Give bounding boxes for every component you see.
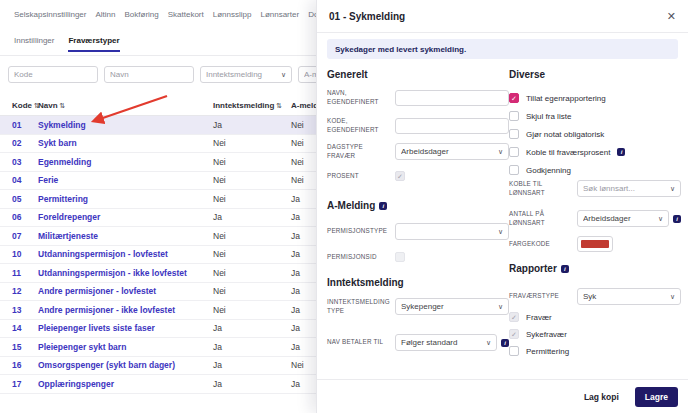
info-icon[interactable]: i xyxy=(561,265,569,273)
amelding-value: Ja xyxy=(291,305,300,315)
navn-link[interactable]: Sykt barn xyxy=(38,138,77,148)
navn-link[interactable]: Foreldrepenger xyxy=(38,212,100,222)
navn-link[interactable]: Opplæringspenger xyxy=(38,379,114,389)
navn-link[interactable]: Permittering xyxy=(38,194,88,204)
permisjonstype-select[interactable]: ∨ xyxy=(395,223,509,240)
navn-link[interactable]: Andre permisjoner - ikke lovfestet xyxy=(38,305,175,315)
header-inntektsmelding[interactable]: Inntektsmelding⇅ xyxy=(213,101,282,110)
kode-link[interactable]: 02 xyxy=(12,138,21,148)
dagstype-fravar-select[interactable]: Arbeidsdager ∨ xyxy=(395,143,509,160)
color-sample xyxy=(581,240,609,248)
navn-link[interactable]: Sykmelding xyxy=(38,120,86,130)
tab-bar: Innstillinger Fraværstyper xyxy=(14,36,120,52)
kode-link[interactable]: 17 xyxy=(12,379,21,389)
nav-betaler-til-select[interactable]: Følger standard ∨ xyxy=(395,334,497,351)
kode-link[interactable]: 11 xyxy=(12,268,21,278)
navn-link[interactable]: Ferie xyxy=(38,175,58,185)
nav-item-l-nnsslipp[interactable]: Lønnsslipp xyxy=(213,10,252,19)
koble-til-frav-rsprosent-checkbox[interactable] xyxy=(509,147,519,157)
edit-panel: 01 - Sykmelding ✕ Sykedager med levert s… xyxy=(316,0,688,413)
navn-link[interactable]: Andre permisjoner - lovfestet xyxy=(38,286,156,296)
section-amelding: A-Meldingi xyxy=(327,200,509,211)
checkbox-row-godkjenning[interactable]: Godkjenning xyxy=(509,165,681,175)
navn-link[interactable]: Pleiepenger livets siste faser xyxy=(38,323,155,333)
kode-link[interactable]: 13 xyxy=(12,305,21,315)
permisjonsid-checkbox[interactable] xyxy=(395,252,405,262)
fargekode-color-swatch[interactable] xyxy=(577,236,613,252)
navn-link[interactable]: Utdanningspermisjon - lovfestet xyxy=(38,249,168,259)
fraverstype-value: Syk xyxy=(583,292,670,301)
koble-til-lonnsart-select[interactable]: Søk lønnsart... ∨ xyxy=(577,180,681,197)
antall-pa-lonnsart-value: Arbeidsdager xyxy=(583,214,658,223)
section-rapporter: Rapporteri xyxy=(509,263,681,274)
kode-link[interactable]: 15 xyxy=(12,342,21,352)
inntektsmelding-value: Nei xyxy=(213,194,226,204)
navn-link[interactable]: Pleiepenger sykt barn xyxy=(38,342,126,352)
close-icon[interactable]: ✕ xyxy=(667,10,676,23)
inntektsmelding-value: Ja xyxy=(213,379,222,389)
lag-kopi-button[interactable]: Lag kopi xyxy=(584,392,619,402)
nav-item-skattekort[interactable]: Skattekort xyxy=(168,10,204,19)
inntektsmelding-value: Nei xyxy=(213,157,226,167)
permisjonstype-label: PERMISJONSTYPE xyxy=(327,227,395,236)
description-banner: Sykedager med levert sykmelding. xyxy=(327,39,678,59)
navn-link[interactable]: Militærtjeneste xyxy=(38,231,98,241)
tab-fraverstyper[interactable]: Fraværstyper xyxy=(68,36,119,52)
sort-icon[interactable]: ⇅ xyxy=(60,102,66,109)
inntektsmelding-filter-select[interactable]: Inntektsmelding ∨ xyxy=(200,66,292,83)
nav-item-l-nnsarter[interactable]: Lønnsarter xyxy=(260,10,299,19)
kode-filter-input[interactable] xyxy=(8,66,98,83)
kode-link[interactable]: 07 xyxy=(12,231,21,241)
lagre-button[interactable]: Lagre xyxy=(635,387,678,407)
godkjenning-checkbox[interactable] xyxy=(509,165,519,175)
kode-link[interactable]: 16 xyxy=(12,360,21,370)
tillat-egenrapportering-checkbox[interactable]: ✓ xyxy=(509,93,519,103)
fargekode-label: FARGEKODE xyxy=(509,240,577,249)
antall-pa-lonnsart-select[interactable]: Arbeidsdager ∨ xyxy=(577,210,669,227)
kode-link[interactable]: 12 xyxy=(12,286,21,296)
navn-filter-input[interactable] xyxy=(104,66,194,83)
kode-egendefinert-input[interactable] xyxy=(395,118,509,134)
chevron-down-icon: ∨ xyxy=(486,339,491,346)
inntektsmelding-value: Ja xyxy=(213,323,222,333)
inntektsmelding-value: Nei xyxy=(213,305,226,315)
kode-link[interactable]: 04 xyxy=(12,175,21,185)
header-kode[interactable]: Kode⇅ xyxy=(12,101,40,110)
kode-link[interactable]: 01 xyxy=(12,120,21,130)
frav-r-checkbox: ✓ xyxy=(509,312,519,322)
nav-item-altinn[interactable]: Altinn xyxy=(95,10,115,19)
fraverstype-select[interactable]: Syk ∨ xyxy=(577,288,681,305)
checkbox-row-permittering[interactable]: Permittering xyxy=(509,346,681,356)
nav-item-bokf-ring[interactable]: Bokføring xyxy=(125,10,159,19)
info-icon[interactable]: i xyxy=(617,148,625,156)
tab-innstillinger[interactable]: Innstillinger xyxy=(14,36,54,52)
skjul-fra-liste-checkbox[interactable] xyxy=(509,111,519,121)
gj-r-notat-obligatorisk-checkbox[interactable] xyxy=(509,129,519,139)
kode-link[interactable]: 06 xyxy=(12,212,21,222)
kode-link[interactable]: 03 xyxy=(12,157,21,167)
amelding-value: Ja xyxy=(291,249,300,259)
info-icon[interactable]: i xyxy=(379,202,387,210)
checkbox-row-tillat-egenrapportering[interactable]: ✓Tillat egenrapportering xyxy=(509,93,681,103)
section-inntektsmelding: Inntektsmelding xyxy=(327,277,509,288)
kode-link[interactable]: 10 xyxy=(12,249,21,259)
kode-link[interactable]: 14 xyxy=(12,323,21,333)
checkbox-row-koble-til-frav-rsprosent[interactable]: Koble til fraværsprosenti xyxy=(509,147,681,157)
dagstype-fravar-value: Arbeidsdager xyxy=(401,147,498,156)
navn-link[interactable]: Utdanningspermisjon - ikke lovfestet xyxy=(38,268,187,278)
checkbox-row-skjul-fra-liste[interactable]: Skjul fra liste xyxy=(509,111,681,121)
inntektsmelding-type-select[interactable]: Sykepenger ∨ xyxy=(395,298,509,315)
sort-icon[interactable]: ⇅ xyxy=(276,102,282,109)
navn-link[interactable]: Omsorgspenger (sykt barn dager) xyxy=(38,360,175,370)
info-icon[interactable]: i xyxy=(673,215,681,223)
navn-link[interactable]: Egenmelding xyxy=(38,157,91,167)
kode-link[interactable]: 05 xyxy=(12,194,21,204)
header-navn[interactable]: Navn⇅ xyxy=(38,101,65,110)
nav-item-selskapsinnstillinger[interactable]: Selskapsinnstillinger xyxy=(14,10,86,19)
info-icon[interactable]: i xyxy=(501,339,509,347)
permittering-label: Permittering xyxy=(526,347,569,356)
permittering-checkbox[interactable] xyxy=(509,346,519,356)
chevron-down-icon: ∨ xyxy=(670,293,675,300)
checkbox-row-gj-r-notat-obligatorisk[interactable]: Gjør notat obligatorisk xyxy=(509,129,681,139)
navn-egendefinert-input[interactable] xyxy=(395,90,509,106)
